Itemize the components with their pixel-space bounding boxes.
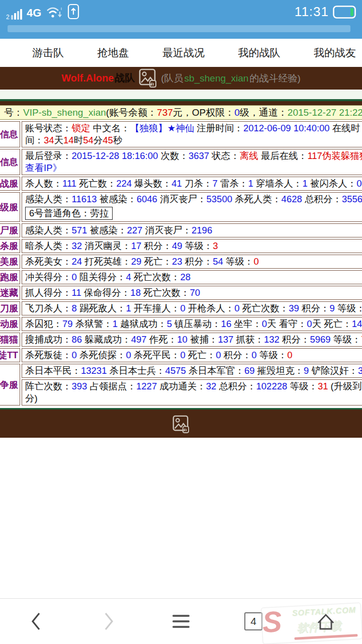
stat-segment: 摧毁坦克： [254,365,304,376]
stat-segment: 时 [74,135,83,145]
stat-segment: 杀囚犯： [25,318,62,329]
stat-segment: 9 [329,303,334,313]
stat-segment: 32 [206,381,217,391]
stat-segment: 开枪杀人： [186,303,235,313]
tab-count-badge: 4 [244,612,262,630]
stat-segment: 搜捕成功： [25,334,72,345]
stat-segment: 分) [25,393,38,404]
member-name[interactable]: sb_sheng_xian [185,73,249,84]
stat-segment: 状态： [209,150,240,161]
stat-segment: 死亡： [186,350,216,360]
row-cells: 感染人类：571 被感染：227 消灭丧尸：2196 [22,223,362,237]
stat-segment: 消灭幽灵： [82,240,131,251]
tab-my-comrades[interactable]: 我的战友 [314,46,356,60]
stat-segment: 被捕： [188,334,218,345]
tab-guerrilla[interactable]: 游击队 [32,46,64,60]
stats-cell: 杀死叛徒：0 杀死侦探：0 杀死平民：0 死亡：0 积分：0 等级：0 [22,348,362,362]
row-label: 信息 [0,149,20,175]
tab-recent-battles[interactable]: 最近战况 [162,46,205,60]
stat-segment: 32 [72,240,82,251]
stat-segment: 111 [62,178,76,189]
top-nav-tabs: 游击队 抢地盘 最近战况 我的战队 我的战友 [0,39,362,67]
stat-segment: 1 [126,303,131,313]
team-name[interactable]: Wolf.Alone [61,72,114,84]
broken-image-icon[interactable] [172,414,190,433]
stat-segment: 消灭丧尸： [157,194,207,204]
stats-line: 阵亡次数：393 占领据点：1227 成功通关：32 总积分：102228 等级… [25,380,362,392]
broken-image-icon[interactable] [139,67,157,88]
stat-segment: 132 [264,334,280,345]
row-cells: 搜捕成功：86 躲藏成功：497 作死：10 被捕：137 抓获：132 积分：… [22,333,362,347]
stats-line: 飞刀杀人：8 踢死敌人：1 开车撞人：0 开枪杀人：0 死亡次数：39 积分：9… [25,302,362,314]
member-prefix: (队员 [161,72,183,85]
stats-line: 杀囚犯：79 杀狱警：1 越狱成功：5 镇压暴动：16 坐牢：0天 看守：0天 … [25,318,362,330]
stat-segment: 17 [131,240,142,251]
stats-line: 杀日本平民：13231 杀日本士兵：4575 杀日本军官：69 摧毁坦克：9 铲… [25,365,362,377]
forward-button[interactable] [94,606,124,636]
stat-segment: 等级： [223,256,254,267]
stat-segment: 4628 [282,194,302,204]
tab-grab-territory[interactable]: 抢地盘 [98,46,129,60]
stat-segment: 23 [172,256,183,267]
stat-segment: 0 [356,178,361,189]
home-button[interactable] [311,606,341,636]
stat-segment: 刀杀： [182,178,213,189]
character-tooltip: 6号普通角色：劳拉 [25,207,113,220]
status-bar: 2 4G 11:31 [0,0,362,39]
stat-segment: 53500 [207,194,232,204]
stat-segment: 4 [126,272,131,282]
table-row: 奔跑服冲关得分：0 阻关得分：4 死亡次数：28 [0,270,362,284]
stat-segment: 0 [253,256,258,267]
stat-segment: 元，OP权限： [173,107,234,118]
stat-segment: 0 [216,350,221,360]
footer-banner [0,410,362,438]
stat-segment: (升级到下一等级还需要 [328,381,362,391]
stat-segment: 0 [180,303,185,313]
ip-link[interactable]: 查看IP》 [25,163,62,173]
stat-segment: 69 [244,365,255,376]
menu-button[interactable] [166,606,196,636]
stat-segment: 杀人数： [25,178,62,189]
stats-line: 杀死叛徒：0 杀死侦探：0 杀死平民：0 死亡：0 积分：0 等级：0 [25,349,362,361]
stats-line: 最后登录：2015-12-28 18:16:00 次数：3637 状态：离线 最… [25,150,362,162]
back-button[interactable] [21,606,51,636]
stat-segment: 29 [131,256,142,267]
stats-table: 信息账号状态：锁定 中文名：【独狼】★神仙 注册时间：2012-06-09 10… [0,121,362,406]
stat-segment: 分 [94,135,103,145]
table-row: 暗杀服暗杀人类：32 消灭幽灵：17 积分：49 等级：3 [0,239,362,253]
stat-segment: VIP-sb_sheng_xian [23,107,106,118]
stat-segment: 14 [352,318,362,329]
stat-segment: 34 [44,135,54,145]
stat-segment: 497 [131,334,147,345]
stat-segment: 最后在线： [258,150,308,161]
stat-segment: 死亡： [141,256,172,267]
table-row: 信息账号状态：锁定 中文名：【独狼】★神仙 注册时间：2012-06-09 10… [0,121,362,147]
row-cells: 飞刀杀人：8 踢死敌人：1 开车撞人：0 开枪杀人：0 死亡次数：39 积分：9… [22,301,362,315]
stat-segment: 死亡次数： [131,272,180,282]
stat-segment: 等级： [335,303,362,313]
stat-segment: 【独狼】★神仙 [130,123,195,133]
stat-segment: 飞刀杀人： [25,303,72,313]
stats-cell: 账号状态：锁定 中文名：【独狼】★神仙 注册时间：2012-06-09 10:4… [22,121,362,147]
stat-segment: 227 [127,225,143,235]
stats-line: 账号状态：锁定 中文名：【独狼】★神仙 注册时间：2012-06-09 10:4… [25,122,362,134]
stat-segment: 抓获： [233,334,264,345]
stat-segment: 54 [213,256,223,267]
brown-strip [0,101,362,105]
tab-my-team[interactable]: 我的战队 [238,46,281,60]
table-row: 升级服感染人类：11613 被感染：6046 消灭丧尸：53500 杀死人类：4… [0,192,362,222]
stats-cell: 感染人类：571 被感染：227 消灭丧尸：2196 [22,223,362,237]
stat-segment: 杀日本军官： [186,365,244,376]
stat-segment: 357 [358,365,362,376]
stat-segment: 0 [72,272,77,282]
stat-segment: 被闪杀人： [308,178,357,189]
table-row: 信息最后登录：2015-12-28 18:16:00 次数：3637 状态：离线… [0,149,362,175]
stat-segment: 打死英雄： [82,256,131,267]
stat-segment: 等级： [183,240,213,251]
tabs-button[interactable]: 4 [238,606,268,636]
stat-segment: 0 [234,303,239,313]
stat-segment: 铲除汉奸： [309,365,358,376]
stat-segment: 6046 [137,194,157,204]
stat-segment: 31 [318,381,328,391]
stat-segment: 注册时间： [194,123,243,133]
